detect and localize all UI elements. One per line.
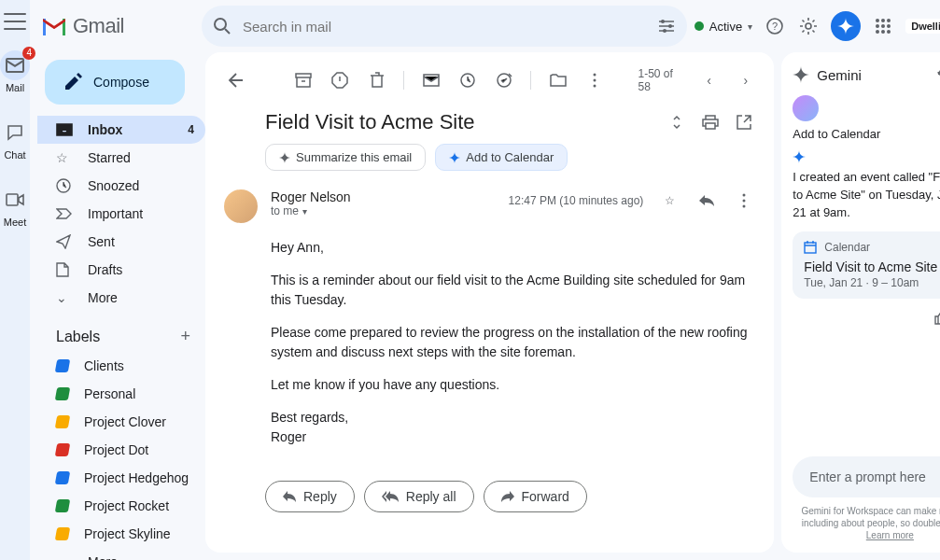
app-rail: 4 Mail Chat Meet (0, 0, 30, 560)
nav-inbox[interactable]: Inbox4 (37, 116, 205, 144)
help-icon[interactable]: ? (764, 15, 786, 37)
card-time: Tue, Jan 21 · 9 – 10am (804, 276, 940, 289)
more-icon[interactable] (584, 69, 604, 91)
reply-icon[interactable] (695, 189, 718, 212)
message-body: Hey Ann, This is a reminder about our fi… (271, 238, 755, 460)
svg-point-1 (661, 20, 665, 23)
svg-text:?: ? (772, 21, 778, 32)
gmail-logo-icon (41, 16, 67, 36)
svg-point-21 (593, 79, 596, 82)
rail-chat-label: Chat (4, 149, 25, 161)
svg-point-3 (663, 29, 666, 33)
svg-point-20 (593, 74, 596, 77)
reply-button[interactable]: Reply (265, 481, 355, 512)
print-icon[interactable] (699, 111, 722, 133)
delete-icon[interactable] (367, 69, 386, 91)
nav-important[interactable]: Important (37, 200, 205, 228)
label-clover[interactable]: Project Clover (37, 408, 205, 436)
back-icon[interactable] (224, 69, 244, 91)
label-rocket[interactable]: Project Rocket (37, 492, 205, 520)
mail-icon (6, 58, 24, 73)
svg-point-10 (876, 24, 879, 28)
label-clients[interactable]: Clients (37, 352, 205, 380)
add-label-icon[interactable]: + (180, 327, 190, 346)
label-skyline[interactable]: Project Skyline (37, 520, 205, 548)
labels-header: Labels + (37, 312, 205, 352)
mail-content: 1-50 of 58 ‹ › Field Visit to Acme Site … (205, 52, 774, 553)
svg-rect-26 (805, 243, 816, 253)
next-icon[interactable]: › (736, 69, 755, 91)
reply-all-button[interactable]: Reply all (364, 481, 474, 512)
settings-icon[interactable] (797, 15, 820, 37)
pager-text: 1-50 of 58 (638, 67, 682, 93)
forward-button[interactable]: Forward (484, 481, 587, 512)
label-dot[interactable]: Project Dot (37, 436, 205, 464)
star-icon[interactable]: ☆ (658, 189, 680, 212)
search-input[interactable] (243, 19, 646, 35)
apps-icon[interactable] (872, 15, 894, 37)
task-icon[interactable] (494, 69, 513, 91)
inbox-icon (56, 123, 73, 136)
label-swatch-icon (55, 415, 70, 428)
nav-starred[interactable]: ☆Starred (37, 144, 205, 172)
panel-title: Gemini (817, 67, 927, 83)
prev-icon[interactable]: ‹ (699, 69, 719, 91)
search-bar[interactable] (202, 6, 687, 47)
chip-add-calendar[interactable]: Add to Calendar (435, 144, 568, 171)
label-swatch-icon (55, 471, 70, 484)
org-chip[interactable]: Dwelling Fund (905, 19, 940, 34)
sender-to[interactable]: to me▾ (271, 204, 496, 217)
history-icon[interactable] (934, 63, 940, 86)
learn-more-link[interactable]: Learn more (866, 530, 914, 540)
panel-subtitle: Add to Calendar (793, 127, 940, 141)
nav-snoozed[interactable]: Snoozed (37, 172, 205, 200)
popout-icon[interactable] (733, 111, 755, 133)
send-icon (56, 234, 73, 249)
rail-meet[interactable]: Meet (0, 181, 30, 231)
calendar-card[interactable]: Calendar Field Visit to Acme Site Tue, J… (793, 231, 940, 299)
rail-mail-label: Mail (6, 82, 24, 93)
pencil-icon (63, 73, 82, 91)
svg-point-23 (743, 194, 746, 197)
snooze-icon[interactable] (457, 69, 477, 91)
sender-avatar[interactable] (224, 189, 258, 223)
important-icon (56, 208, 73, 219)
status-dot-icon (694, 21, 704, 31)
sender-name: Roger Nelson (271, 189, 496, 204)
rail-chat[interactable]: Chat (0, 114, 30, 164)
svg-point-14 (881, 30, 885, 34)
reply-icon (283, 491, 296, 502)
compose-button[interactable]: Compose (45, 60, 185, 105)
label-personal[interactable]: Personal (37, 380, 205, 408)
prompt-input[interactable]: Enter a prompt here (793, 456, 940, 497)
chip-summarize[interactable]: Summarize this email (265, 144, 426, 171)
spam-icon[interactable] (330, 69, 350, 91)
nav-drafts[interactable]: Drafts (37, 256, 205, 284)
labels-more[interactable]: ⌄More (37, 548, 205, 560)
nav-more[interactable]: ⌄More (37, 284, 205, 312)
archive-icon[interactable] (294, 69, 314, 91)
star-icon: ☆ (56, 150, 73, 165)
mark-unread-icon[interactable] (421, 69, 441, 91)
more-icon[interactable] (733, 189, 755, 212)
gemini-button[interactable] (831, 11, 861, 41)
expand-icon[interactable] (666, 111, 688, 133)
svg-point-0 (215, 19, 226, 30)
clock-icon (56, 178, 73, 193)
rail-mail[interactable]: 4 Mail (0, 47, 30, 97)
thumbs-up-icon[interactable] (931, 306, 940, 329)
gemini-spark-icon (793, 66, 809, 83)
gemini-response: I created an event called "Field Visit t… (793, 169, 940, 222)
status-chip[interactable]: Active ▾ (694, 20, 752, 34)
nav-sent[interactable]: Sent (37, 228, 205, 256)
video-icon (6, 193, 24, 206)
chevron-down-icon: ⌄ (56, 290, 73, 305)
label-hedgehog[interactable]: Project Hedgehog (37, 464, 205, 492)
tune-icon[interactable] (657, 17, 676, 35)
svg-point-13 (876, 30, 879, 34)
chat-icon (6, 123, 24, 142)
move-icon[interactable] (548, 69, 568, 91)
menu-icon[interactable] (4, 13, 26, 30)
disclaimer: Gemini for Workspace can make mistakes, … (793, 505, 940, 541)
header: Gmail Active ▾ ? Dwelling Fund (30, 0, 940, 52)
